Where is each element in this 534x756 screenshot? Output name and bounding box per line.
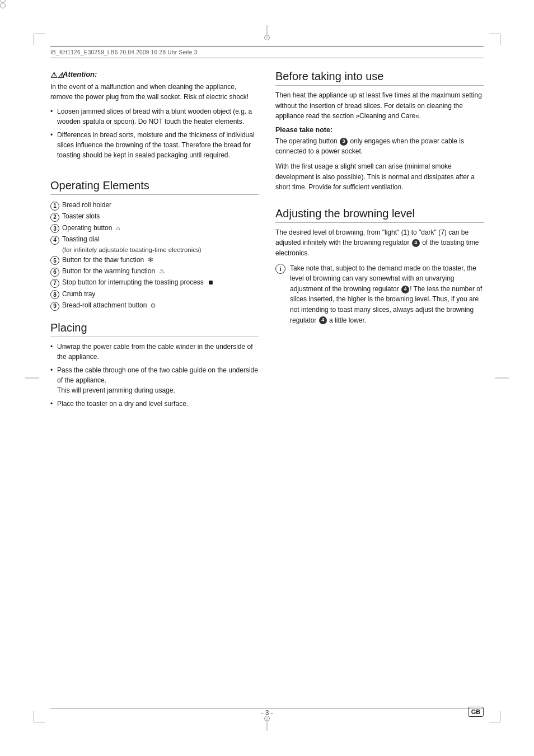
crosshair-circle-top <box>264 35 270 40</box>
op-num-9: 9 <box>50 302 59 311</box>
op-item-3: 3 Operating button ⌂ <box>50 222 259 234</box>
attention-bullet-1: Loosen jammed slices of bread with a blu… <box>50 106 259 127</box>
op-text-6: Button for the warming function <box>62 265 155 277</box>
op-item-8: 8 Crumb tray <box>50 288 259 300</box>
op-icon-6: ♨ <box>159 265 165 277</box>
right-column: Before taking into use Then heat the app… <box>275 70 484 700</box>
attention-label: Attention: <box>63 70 97 78</box>
circle-4b: 4 <box>401 286 409 293</box>
op-icon-5: ❄ <box>148 254 153 265</box>
before-use-section: Before taking into use Then heat the app… <box>275 70 484 197</box>
op-num-6: 6 <box>50 268 59 277</box>
op-text-9: Bread-roll attachment button <box>62 300 147 311</box>
attention-title: ⚠ Attention: <box>50 70 259 78</box>
footer: - 3 - GB <box>50 709 484 717</box>
op-num-8: 8 <box>50 290 59 299</box>
placing-bullets: Unwrap the power cable from the cable wi… <box>50 342 259 409</box>
operating-section: Operating Elements 1 Bread roll holder 2… <box>50 179 259 311</box>
op-text-7: Stop button for interrupting the toastin… <box>62 277 204 288</box>
op-text-4: Toasting dial <box>62 234 100 245</box>
attention-section: ⚠ Attention: In the event of a malfuncti… <box>50 70 259 164</box>
op-item-1: 1 Bread roll holder <box>50 199 259 211</box>
placing-bullet-2: Pass the cable through one of the two ca… <box>50 365 259 395</box>
browning-info-text: Take note that, subject to the demand ma… <box>290 263 484 326</box>
header-line-bottom <box>50 58 484 58</box>
browning-section: Adjusting the browning level The desired… <box>275 207 484 325</box>
before-use-heading: Before taking into use <box>275 70 484 86</box>
left-column: ⚠ Attention: In the event of a malfuncti… <box>50 70 259 700</box>
op-text-5: Button for the thaw function <box>62 254 144 265</box>
circle-3: 3 <box>340 138 348 146</box>
op-icon-7: ⏹ <box>208 277 214 288</box>
operating-list: 1 Bread roll holder 2 Toaster slots 3 Op… <box>50 199 259 311</box>
attention-bullets: Loosen jammed slices of bread with a blu… <box>50 106 259 160</box>
op-text-1: Bread roll holder <box>62 199 111 211</box>
op-num-4: 4 <box>50 236 59 245</box>
attention-body: In the event of a malfunction and when c… <box>50 82 259 102</box>
op-item-9: 9 Bread-roll attachment button ⊜ <box>50 300 259 311</box>
before-use-body: Then heat the appliance up at least five… <box>275 90 484 122</box>
footer-line <box>50 708 484 708</box>
op-num-7: 7 <box>50 279 59 288</box>
circle-4a: 4 <box>412 239 420 247</box>
placing-heading: Placing <box>50 321 259 337</box>
crop-mark-tr <box>489 34 500 45</box>
browning-body: The desired level of browning, from "lig… <box>275 227 484 259</box>
header-line-top <box>50 46 484 47</box>
crop-mark-tl <box>34 34 45 45</box>
page: IB_KH1126_E30259_LB6 20.04.2009 16:28 Uh… <box>0 0 534 756</box>
op-text-2: Toaster slots <box>62 211 100 222</box>
op-item-2: 2 Toaster slots <box>50 211 259 222</box>
country-badge: GB <box>468 707 484 717</box>
operating-heading: Operating Elements <box>50 179 259 195</box>
browning-heading: Adjusting the browning level <box>275 207 484 223</box>
op-num-5: 5 <box>50 256 59 265</box>
op-icon-3: ⌂ <box>116 223 120 234</box>
op-icon-9: ⊜ <box>151 300 156 311</box>
op-num-1: 1 <box>50 202 59 211</box>
before-use-note1: The operating button 3 only engages when… <box>275 136 484 157</box>
crosshair-right <box>495 378 509 379</box>
crop-mark-bl <box>34 711 45 722</box>
op-item-4-sub: (for infinitely adjustable toasting-time… <box>50 245 259 254</box>
placing-bullet-2-sub: This will prevent jamming during usage. <box>57 386 175 394</box>
op-item-4: 4 Toasting dial <box>50 234 259 245</box>
page-number: - 3 - <box>261 709 273 717</box>
header-meta: IB_KH1126_E30259_LB6 20.04.2009 16:28 Uh… <box>50 49 198 55</box>
op-item-6: 6 Button for the warming function ♨ <box>50 265 259 277</box>
op-text-4-sub: (for infinitely adjustable toasting-time… <box>62 245 202 254</box>
warning-icon: ⚠ <box>50 71 59 78</box>
crosshair-circle-left <box>0 3 6 8</box>
info-icon: i <box>275 264 285 274</box>
op-item-7: 7 Stop button for interrupting the toast… <box>50 277 259 288</box>
placing-bullet-3: Place the toaster on a dry and level sur… <box>50 399 259 409</box>
op-text-8: Crumb tray <box>62 288 95 300</box>
op-num-3: 3 <box>50 224 59 233</box>
attention-bullet-2: Differences in bread sorts, moisture and… <box>50 130 259 160</box>
browning-info-box: i Take note that, subject to the demand … <box>275 263 484 326</box>
op-item-5: 5 Button for the thaw function ❄ <box>50 254 259 265</box>
please-note-heading: Please take note: <box>275 126 484 134</box>
main-content: ⚠ Attention: In the event of a malfuncti… <box>50 70 484 700</box>
placing-section: Placing Unwrap the power cable from the … <box>50 321 259 412</box>
crosshair-left <box>25 378 39 379</box>
crop-mark-br <box>489 711 500 722</box>
before-use-note2: With the first usage a slight smell can … <box>275 161 484 193</box>
op-num-2: 2 <box>50 213 59 222</box>
placing-bullet-1: Unwrap the power cable from the cable wi… <box>50 342 259 362</box>
op-text-3: Operating button <box>62 222 112 234</box>
circle-4c: 4 <box>319 316 327 324</box>
placing-bullet-2-text: Pass the cable through one of the two ca… <box>57 366 258 384</box>
